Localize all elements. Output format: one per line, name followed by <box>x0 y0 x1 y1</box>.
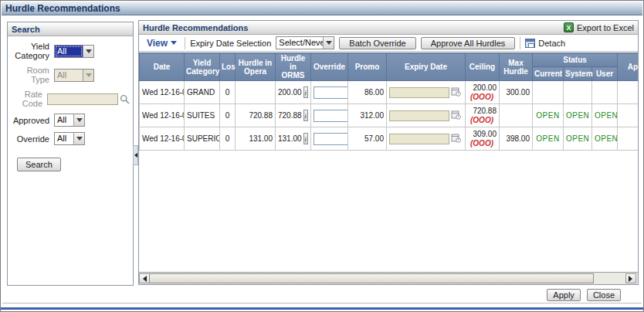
column-header-override[interactable]: Override <box>311 53 348 81</box>
search-panel-title: Search <box>12 25 40 34</box>
cell-hurdle-orms: 200.00i <box>276 81 311 104</box>
cell-hurdle-orms: 131.00i <box>276 127 311 151</box>
approve-all-hurdles-button[interactable]: Approve All Hurdles <box>421 37 516 49</box>
cell-hurdle-opera: 131.00 <box>236 127 276 151</box>
column-header-hurdle-in-orms[interactable]: Hurdle in ORMS <box>276 53 311 81</box>
table-row[interactable]: Wed 12-16-09 SUITES 0 720.88 720.88i 312… <box>140 104 639 127</box>
expiry-date-input[interactable] <box>389 110 449 121</box>
search-panel-header: Search <box>8 22 133 36</box>
arrow-left-icon <box>140 276 147 282</box>
window-titlebar: Hurdle Recommendations <box>2 2 642 15</box>
cell-hurdle-opera: 720.88 <box>236 104 276 127</box>
expiry-date-input[interactable] <box>389 87 449 98</box>
expiry-date-input[interactable] <box>389 134 449 144</box>
cell-los: 0 <box>220 104 236 127</box>
table-row[interactable]: Wed 12-16-09 SUPERIOR 0 131.00 131.00i 5… <box>140 127 639 151</box>
hurdle-recommendations-window: Hurdle Recommendations Search Yield Cate… <box>0 0 644 312</box>
view-menu-label: View <box>147 38 168 49</box>
cell-hurdle-orms: 720.88i <box>276 104 311 127</box>
calendar-icon[interactable] <box>451 86 461 98</box>
rate-code-label: Rate Code <box>8 90 47 108</box>
chevron-down-icon <box>171 41 177 48</box>
ceiling-ooo-note: (OOO) <box>468 139 497 148</box>
cell-date: Wed 12-16-09 <box>140 127 185 151</box>
ceiling-value: 200.00 <box>468 83 497 93</box>
collapse-left-icon <box>132 153 137 158</box>
column-header-status-group: Status <box>533 53 618 67</box>
cell-expiry-date <box>387 104 466 127</box>
splitter-collapse-handle[interactable] <box>133 145 138 165</box>
panel-splitter[interactable] <box>133 22 138 286</box>
override-input[interactable] <box>314 110 348 122</box>
column-header-yield-category[interactable]: Yield Category <box>185 53 220 81</box>
scroll-right-button[interactable] <box>625 273 636 283</box>
chevron-down-icon[interactable] <box>83 46 93 57</box>
column-header-date[interactable]: Date <box>140 53 185 81</box>
expiry-date-selection-select[interactable]: Select/Never <box>276 36 334 49</box>
override-select[interactable]: All <box>54 132 85 145</box>
override-input[interactable] <box>314 86 348 99</box>
cell-max-hurdle: 398.00 <box>500 127 533 151</box>
orms-value: 720.88 <box>278 111 302 120</box>
cell-status-current <box>533 81 564 104</box>
apply-button[interactable]: Apply <box>547 289 581 301</box>
orms-info-button[interactable]: i <box>303 133 308 144</box>
window-title: Hurdle Recommendations <box>5 3 120 14</box>
column-header-status-current[interactable]: Current <box>533 67 564 81</box>
override-input[interactable] <box>314 133 348 145</box>
column-header-max-hurdle[interactable]: Max Hurdle <box>500 53 533 81</box>
close-button[interactable]: Close <box>587 289 621 301</box>
room-type-select: All <box>54 69 94 82</box>
column-header-expiry-date[interactable]: Expiry Date <box>387 53 466 81</box>
calendar-icon[interactable] <box>451 133 461 144</box>
batch-override-button[interactable]: Batch Override <box>339 37 415 49</box>
chevron-down-icon[interactable] <box>323 37 334 49</box>
scroll-left-button[interactable] <box>139 273 150 283</box>
cell-status-system: OPEN <box>564 127 592 151</box>
override-label: Override <box>8 134 54 144</box>
orms-value: 200.00 <box>278 88 302 97</box>
override-value: All <box>55 133 73 144</box>
arrow-right-icon <box>629 276 636 282</box>
column-header-status-system[interactable]: System <box>564 67 592 81</box>
detach-button[interactable]: Detach <box>525 39 565 48</box>
chevron-down-icon[interactable] <box>73 114 84 126</box>
table-row[interactable]: Wed 12-16-09 GRAND 0 200.00i 86.00 <box>140 81 639 104</box>
orms-info-button[interactable]: i <box>303 110 308 121</box>
orms-info-button[interactable]: i <box>303 86 308 98</box>
approved-value: All <box>55 114 73 126</box>
column-header-promo[interactable]: Promo <box>348 53 387 81</box>
search-button[interactable]: Search <box>17 158 61 171</box>
cell-los: 0 <box>220 127 236 151</box>
export-to-excel-button[interactable]: X Export to Excel <box>564 22 634 32</box>
column-header-ceiling[interactable]: Ceiling <box>466 53 500 81</box>
search-lookup-icon[interactable] <box>120 94 130 104</box>
calendar-icon[interactable] <box>451 110 461 121</box>
excel-icon: X <box>564 22 574 32</box>
approved-row: Approved All <box>8 114 130 127</box>
horizontal-scrollbar[interactable] <box>139 272 638 284</box>
chevron-down-icon[interactable] <box>73 133 84 144</box>
cell-date: Wed 12-16-09 <box>140 104 185 127</box>
column-header-status-user[interactable]: User <box>592 67 618 81</box>
hurdle-recommendations-panel: Hurdle Recommendations X Export to Excel… <box>138 20 639 285</box>
approved-select[interactable]: All <box>54 114 85 127</box>
override-row: Override All <box>8 132 130 145</box>
cell-ceiling: 200.00 (OOO) <box>466 81 500 104</box>
cell-date: Wed 12-16-09 <box>140 81 185 104</box>
yield-category-select[interactable]: All <box>54 45 94 58</box>
room-type-label: Room Type <box>8 66 54 84</box>
detach-label: Detach <box>538 39 565 48</box>
column-header-los[interactable]: Los <box>220 53 236 81</box>
ceiling-value: 309.00 <box>468 129 497 139</box>
hurdles-table-container: Date Yield Category Los Hurdle in Opera … <box>139 53 638 272</box>
view-menu-button[interactable]: View <box>144 38 180 49</box>
main-panel-title: Hurdle Recommendations <box>143 23 248 32</box>
cell-los: 0 <box>220 81 236 104</box>
column-header-hurdle-in-opera[interactable]: Hurdle in Opera <box>236 53 276 81</box>
column-header-approved[interactable]: Ap <box>618 53 638 81</box>
cell-approved <box>618 127 638 151</box>
cell-yield-category: SUITES <box>185 104 220 127</box>
cell-promo: 57.00 <box>348 127 387 151</box>
scrollbar-thumb[interactable] <box>149 273 594 283</box>
